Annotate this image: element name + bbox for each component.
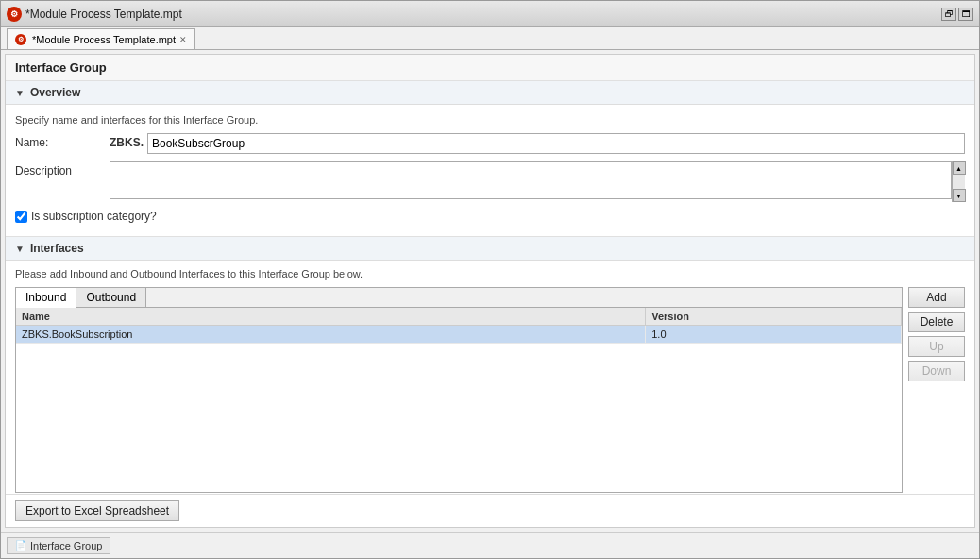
table-header-row: Name Version	[16, 308, 902, 326]
status-doc-icon: 📄	[15, 540, 26, 551]
interfaces-panel: Inbound Outbound Name	[15, 287, 903, 493]
tab-close-button[interactable]: ✕	[179, 35, 187, 44]
subscription-checkbox[interactable]	[15, 211, 27, 223]
page-title: Interface Group	[15, 60, 107, 75]
name-label: Name:	[15, 133, 110, 149]
description-row: Description ▲ ▼	[15, 161, 965, 202]
status-tab-interface-group[interactable]: 📄 Interface Group	[7, 537, 110, 554]
page-header: Interface Group	[6, 55, 974, 81]
export-button[interactable]: Export to Excel Spreadsheet	[15, 500, 179, 521]
delete-button[interactable]: Delete	[908, 312, 965, 332]
interfaces-section-label: Interfaces	[30, 242, 84, 255]
interfaces-layout: Inbound Outbound Name	[15, 287, 965, 493]
tab-label: *Module Process Template.mpt	[32, 34, 176, 45]
add-button[interactable]: Add	[908, 287, 965, 308]
document-tab[interactable]: ⚙ *Module Process Template.mpt ✕	[7, 28, 195, 49]
overview-section: ▼ Overview Specify name and interfaces f…	[6, 81, 974, 237]
down-button[interactable]: Down	[908, 361, 965, 381]
table-body: ZBKS.BookSubscription 1.0	[16, 326, 902, 344]
overview-section-label: Overview	[30, 86, 80, 99]
cell-version: 1.0	[646, 326, 902, 344]
overview-collapse-arrow: ▼	[15, 88, 25, 98]
scroll-down-btn[interactable]: ▼	[953, 189, 966, 202]
bottom-status-bar: 📄 Interface Group	[1, 532, 979, 558]
interfaces-collapse-arrow: ▼	[15, 244, 25, 254]
window-title: *Module Process Template.mpt	[25, 8, 941, 21]
status-tab-label: Interface Group	[30, 540, 102, 551]
content-area: ▼ Overview Specify name and interfaces f…	[6, 81, 974, 494]
maximize-button[interactable]: 🗖	[958, 8, 973, 21]
inner-tabs: Inbound Outbound	[16, 288, 902, 308]
subscription-checkbox-label: Is subscription category?	[31, 210, 157, 223]
description-scrollbar: ▲ ▼	[952, 161, 965, 202]
overview-description: Specify name and interfaces for this Int…	[15, 114, 965, 126]
main-content: Interface Group ▼ Overview Specify name …	[5, 54, 975, 528]
tab-inbound[interactable]: Inbound	[16, 288, 76, 308]
table-row[interactable]: ZBKS.BookSubscription 1.0	[16, 326, 902, 344]
app-icon: ⚙	[7, 7, 22, 22]
interfaces-section: ▼ Interfaces Please add Inbound and Outb…	[6, 237, 974, 494]
description-label: Description	[15, 161, 110, 178]
interfaces-section-header[interactable]: ▼ Interfaces	[6, 237, 974, 261]
name-row: Name: ZBKS.	[15, 133, 965, 154]
tab-outbound[interactable]: Outbound	[76, 288, 146, 307]
interfaces-table-container: Name Version ZBKS.BookSubscription 1.0	[16, 308, 902, 492]
interfaces-section-body: Please add Inbound and Outbound Interfac…	[6, 261, 974, 494]
overview-section-body: Specify name and interfaces for this Int…	[6, 105, 974, 237]
interfaces-description: Please add Inbound and Outbound Interfac…	[15, 268, 965, 280]
up-button[interactable]: Up	[908, 336, 965, 357]
overview-section-header[interactable]: ▼ Overview	[6, 81, 974, 105]
subscription-checkbox-row: Is subscription category?	[15, 210, 965, 223]
footer-bar: Export to Excel Spreadsheet	[6, 494, 974, 527]
name-input[interactable]	[147, 133, 965, 154]
tab-icon: ⚙	[15, 34, 26, 45]
name-prefix: ZBKS.	[110, 133, 144, 149]
description-textarea-wrapper: ▲ ▼	[110, 161, 965, 202]
window-controls: 🗗 🗖	[941, 8, 973, 21]
restore-button[interactable]: 🗗	[941, 8, 956, 21]
col-header-version: Version	[646, 308, 902, 326]
cell-name: ZBKS.BookSubscription	[16, 326, 646, 344]
scroll-up-btn[interactable]: ▲	[953, 161, 966, 175]
description-textarea[interactable]	[110, 161, 952, 199]
col-header-name: Name	[16, 308, 646, 326]
tab-area: ⚙ *Module Process Template.mpt ✕	[1, 27, 979, 50]
window-frame: ⚙ *Module Process Template.mpt 🗗 🗖 ⚙ *Mo…	[0, 0, 980, 559]
title-bar: ⚙ *Module Process Template.mpt 🗗 🗖	[1, 1, 979, 27]
interfaces-table: Name Version ZBKS.BookSubscription 1.0	[16, 308, 902, 344]
side-buttons: Add Delete Up Down	[908, 287, 965, 381]
